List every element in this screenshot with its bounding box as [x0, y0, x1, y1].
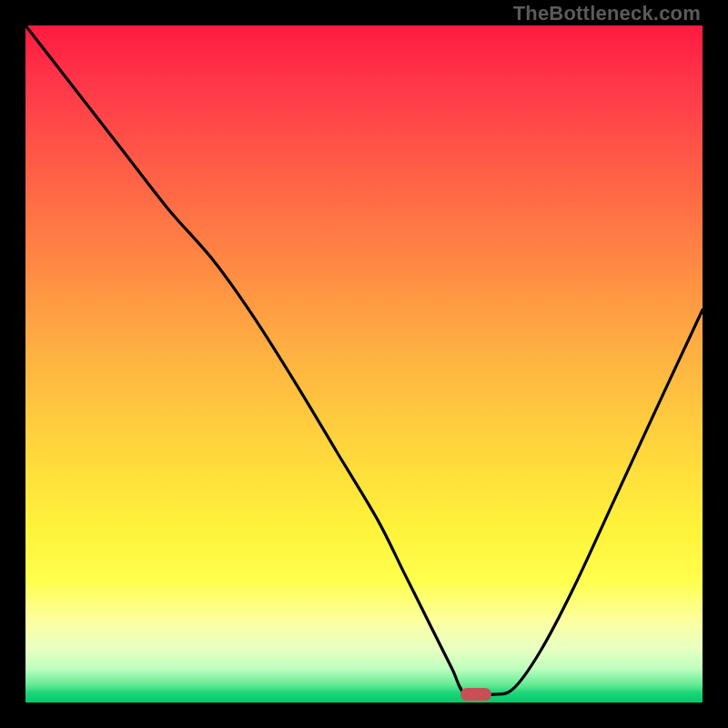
curve-layer [25, 25, 703, 703]
optimal-marker [460, 688, 491, 701]
plot-area [25, 25, 703, 703]
bottleneck-curve-path [25, 25, 703, 696]
watermark-text: TheBottleneck.com [513, 2, 701, 25]
plot-frame [25, 25, 703, 703]
